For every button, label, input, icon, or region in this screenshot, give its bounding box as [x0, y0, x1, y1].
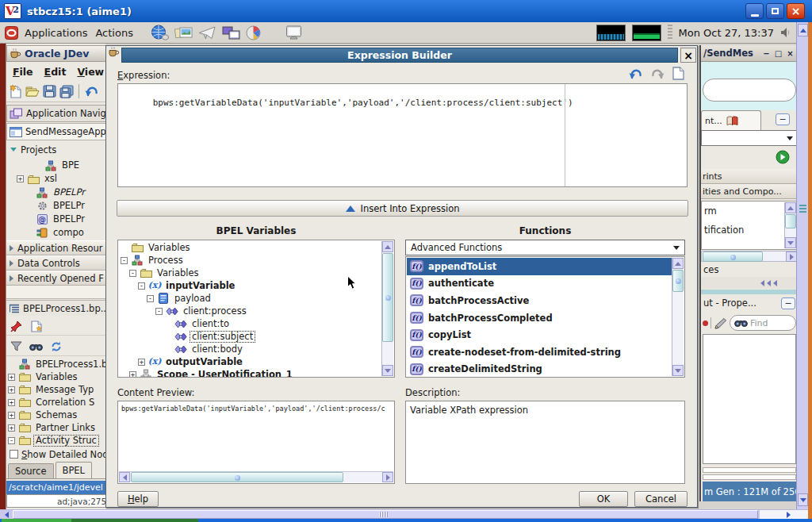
- scroll-grip[interactable]: [799, 205, 806, 213]
- clock[interactable]: Mon Oct 27, 13:37: [679, 27, 774, 39]
- expand-toggle-icon[interactable]: +: [8, 399, 15, 406]
- tree-node-client-body[interactable]: client:body: [119, 343, 381, 355]
- oracle-menu-icon[interactable]: [5, 26, 18, 40]
- palette-item-tification[interactable]: tification: [702, 221, 796, 240]
- help-button[interactable]: Help: [117, 491, 159, 507]
- scroll-up-button[interactable]: [785, 202, 796, 213]
- mail-icon[interactable]: [198, 26, 216, 40]
- palette-item-rm[interactable]: rm: [702, 202, 796, 221]
- volume-icon[interactable]: [780, 27, 791, 38]
- variables-vertical-scrollbar[interactable]: [381, 241, 393, 376]
- system-monitor-applet[interactable]: [596, 25, 626, 41]
- function-item-batchprocessactive[interactable]: f()batchProcessActive: [407, 292, 672, 309]
- scroll-right-button[interactable]: [782, 510, 795, 519]
- tree-node-schemas[interactable]: +Schemas: [6, 409, 105, 421]
- properties-panel-header[interactable]: ut - Prope... −: [701, 294, 796, 312]
- function-item-create-nodeset-from-delimited-string[interactable]: f()create-nodeset-from-delimited-string: [407, 344, 672, 361]
- photos-icon[interactable]: [174, 25, 193, 40]
- vnc-titlebar[interactable]: V2 stbcz15:1 (aime1) ×: [0, 0, 812, 22]
- workspaces-icon[interactable]: [222, 26, 240, 40]
- scroll-down-button[interactable]: [382, 365, 393, 376]
- tree-node-correlation-s[interactable]: +Correlation S: [6, 396, 105, 409]
- show-detailed-nodes-checkbox[interactable]: Show Detailed Nod: [6, 447, 105, 461]
- tree-node-xsl[interactable]: +xsl: [6, 172, 105, 186]
- tree-node-bpelpr[interactable]: @BPELPr: [6, 213, 105, 226]
- menu-view[interactable]: View: [77, 66, 104, 78]
- scroll-thumb[interactable]: [672, 270, 684, 292]
- tree-node-variables[interactable]: +Variables: [6, 370, 105, 383]
- scroll-down-button[interactable]: [798, 493, 808, 506]
- dialog-titlebar[interactable]: Expression Builder: [121, 48, 678, 63]
- scroll-down-button[interactable]: [785, 237, 796, 248]
- tree-node-process[interactable]: -Process: [119, 254, 381, 267]
- function-item-batchprocesscompleted[interactable]: f()batchProcessCompleted: [407, 309, 672, 327]
- collapse-panel-button[interactable]: −: [776, 113, 790, 125]
- maximize-button[interactable]: □: [773, 48, 783, 59]
- scroll-thumb[interactable]: [131, 472, 343, 482]
- minimize-button[interactable]: [745, 3, 764, 19]
- collapse-toggle-icon[interactable]: -: [129, 270, 136, 277]
- run-icon[interactable]: [776, 150, 790, 164]
- tab-bpel[interactable]: BPEL: [56, 462, 93, 478]
- expand-toggle-icon[interactable]: +: [17, 175, 24, 182]
- bottom-taskbar[interactable]: [0, 519, 812, 522]
- pager-arrows[interactable]: [701, 277, 796, 289]
- load-monitor-applet[interactable]: [632, 25, 661, 41]
- scroll-down-button[interactable]: [672, 365, 684, 376]
- new-view-icon[interactable]: [30, 320, 43, 332]
- menu-file[interactable]: File: [13, 66, 33, 78]
- tree-node-bpelprocess1-bp[interactable]: BPELProcess1.bp: [6, 358, 105, 370]
- tree-node-variables[interactable]: -Variables: [119, 267, 381, 279]
- tree-node-inputvariable[interactable]: -(x)inputVariable: [119, 279, 381, 292]
- expand-toggle-icon[interactable]: +: [8, 374, 15, 381]
- undo-icon[interactable]: [84, 85, 99, 98]
- tab-source[interactable]: Source: [8, 463, 54, 478]
- function-item-appendtolist[interactable]: f()appendToList: [407, 258, 672, 275]
- terminal-launcher-icon[interactable]: [285, 25, 302, 40]
- palette-vertical-scrollbar[interactable]: [784, 202, 796, 248]
- function-item-createdelimitedstring[interactable]: f()createDelimitedString: [407, 361, 672, 378]
- scroll-right-button[interactable]: [786, 251, 796, 262]
- collapse-toggle-icon[interactable]: -: [121, 257, 128, 264]
- open-folder-icon[interactable]: [25, 86, 40, 97]
- palette-horizontal-scrollbar[interactable]: [701, 251, 796, 262]
- function-item-copylist[interactable]: f()copyList: [407, 326, 672, 344]
- viewport-horizontal-scrollbar[interactable]: [0, 509, 808, 519]
- collapse-toggle-icon[interactable]: -: [138, 282, 145, 290]
- collapse-toggle-icon[interactable]: -: [8, 437, 15, 444]
- new-document-icon[interactable]: [672, 67, 684, 80]
- jdeveloper-titlebar[interactable]: Oracle JDev: [6, 45, 105, 62]
- maximize-button[interactable]: [766, 3, 784, 19]
- right-window-titlebar[interactable]: /SendMes − □ ×: [701, 45, 796, 62]
- redo-icon[interactable]: [650, 67, 665, 80]
- tree-node-client-process[interactable]: -client:process: [119, 305, 381, 317]
- find-field[interactable]: Find: [730, 315, 796, 331]
- tree-node-variables[interactable]: Variables: [119, 241, 381, 254]
- viewport-vertical-scrollbar[interactable]: [796, 22, 808, 509]
- palette-section-rints[interactable]: rints: [701, 169, 796, 184]
- scroll-up-button[interactable]: [672, 258, 684, 269]
- chart-icon[interactable]: [246, 25, 262, 40]
- new-file-icon[interactable]: [9, 84, 22, 98]
- collapse-properties-button[interactable]: −: [781, 297, 795, 309]
- dialog-close-button[interactable]: ×: [680, 48, 696, 63]
- panel-menu-actions[interactable]: Actions: [95, 27, 133, 39]
- tab-component[interactable]: nt...: [701, 110, 761, 130]
- tree-node-payload[interactable]: -payload: [119, 292, 381, 305]
- palette-row[interactable]: ces: [701, 263, 796, 276]
- ok-button[interactable]: OK: [579, 491, 628, 507]
- expression-textarea[interactable]: bpws:getVariableData('inputVariable','pa…: [117, 83, 688, 187]
- expand-toggle-icon[interactable]: +: [138, 359, 145, 366]
- close-button[interactable]: ×: [787, 3, 805, 19]
- scroll-right-button[interactable]: [382, 472, 393, 482]
- pushpin-icon[interactable]: [10, 320, 23, 332]
- tree-node-outputvariable[interactable]: +(x)outputVariable: [119, 355, 381, 368]
- search-field[interactable]: [703, 79, 796, 102]
- tree-node-bpelpr[interactable]: BPELPr: [6, 186, 105, 199]
- scroll-thumb[interactable]: [382, 253, 393, 342]
- tree-node-bpelpr[interactable]: BPELPr: [6, 199, 105, 213]
- scroll-up-button[interactable]: [798, 24, 808, 36]
- preview-horizontal-scrollbar[interactable]: [119, 471, 393, 482]
- insert-into-expression-button[interactable]: Insert Into Expression: [117, 200, 688, 217]
- undo-icon[interactable]: [628, 67, 643, 80]
